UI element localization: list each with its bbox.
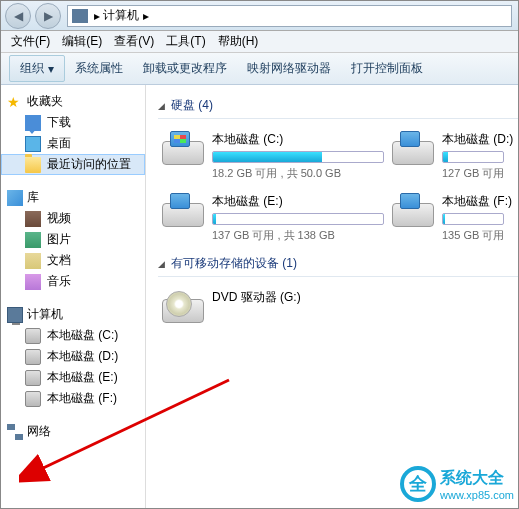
menu-view[interactable]: 查看(V) — [108, 31, 160, 52]
drive-name: 本地磁盘 (D:) — [442, 131, 504, 148]
navigation-pane: ★ 收藏夹 下载 桌面 最近访问的位置 库 视频 图片 文档 音乐 计算机 本地… — [1, 85, 146, 508]
document-icon — [25, 253, 41, 269]
watermark-logo-icon: 全 — [400, 466, 436, 502]
hdd-list: 本地磁盘 (C:) 18.2 GB 可用 , 共 50.0 GB 本地磁盘 (D… — [158, 127, 518, 251]
video-icon — [25, 211, 41, 227]
sidebar-item-drive-d[interactable]: 本地磁盘 (D:) — [1, 346, 145, 367]
sidebar-item-documents[interactable]: 文档 — [1, 250, 145, 271]
network-icon — [7, 424, 23, 440]
library-icon — [7, 190, 23, 206]
drive-stat: 137 GB 可用 , 共 138 GB — [212, 228, 384, 243]
drive-icon — [25, 391, 41, 407]
drive-icon — [392, 193, 434, 227]
computer-header[interactable]: 计算机 — [1, 304, 145, 325]
collapse-icon: ◢ — [158, 259, 165, 269]
desktop-icon — [25, 136, 41, 152]
address-bar[interactable]: ▸ 计算机 ▸ — [67, 5, 512, 27]
menu-edit[interactable]: 编辑(E) — [56, 31, 108, 52]
removable-section-header[interactable]: ◢ 有可移动存储的设备 (1) — [158, 251, 518, 277]
sidebar-item-videos[interactable]: 视频 — [1, 208, 145, 229]
computer-group: 计算机 本地磁盘 (C:) 本地磁盘 (D:) 本地磁盘 (E:) 本地磁盘 (… — [1, 304, 145, 409]
content-pane: ◢ 硬盘 (4) 本地磁盘 (C:) 18.2 GB 可用 , 共 50.0 G… — [146, 85, 518, 508]
sidebar-item-drive-c[interactable]: 本地磁盘 (C:) — [1, 325, 145, 346]
libraries-header[interactable]: 库 — [1, 187, 145, 208]
drive-name: DVD 驱动器 (G:) — [212, 289, 384, 306]
sidebar-item-music[interactable]: 音乐 — [1, 271, 145, 292]
dvd-icon — [162, 289, 204, 323]
menu-bar: 文件(F) 编辑(E) 查看(V) 工具(T) 帮助(H) — [1, 31, 518, 53]
usage-bar — [212, 213, 384, 225]
collapse-icon: ◢ — [158, 101, 165, 111]
drive-icon — [25, 349, 41, 365]
usage-fill — [443, 152, 448, 162]
star-icon: ★ — [7, 94, 23, 110]
control-panel-button[interactable]: 打开控制面板 — [341, 56, 433, 81]
uninstall-button[interactable]: 卸载或更改程序 — [133, 56, 237, 81]
favorites-group: ★ 收藏夹 下载 桌面 最近访问的位置 — [1, 91, 145, 175]
breadcrumb-sep: ▸ — [143, 9, 149, 23]
dvd-drive[interactable]: DVD 驱动器 (G:) — [158, 285, 388, 327]
favorites-header[interactable]: ★ 收藏夹 — [1, 91, 145, 112]
folder-icon — [25, 157, 41, 173]
menu-help[interactable]: 帮助(H) — [212, 31, 265, 52]
sidebar-item-downloads[interactable]: 下载 — [1, 112, 145, 133]
nav-forward-button[interactable]: ▶ — [35, 3, 61, 29]
sidebar-item-recent[interactable]: 最近访问的位置 — [1, 154, 145, 175]
drive-icon — [25, 370, 41, 386]
drive-icon — [25, 328, 41, 344]
network-header[interactable]: 网络 — [1, 421, 145, 442]
drive-icon — [162, 193, 204, 227]
usage-bar — [442, 213, 504, 225]
watermark-url: www.xp85.com — [440, 489, 514, 501]
usage-bar — [212, 151, 384, 163]
usage-fill — [443, 214, 445, 224]
sidebar-item-drive-e[interactable]: 本地磁盘 (E:) — [1, 367, 145, 388]
usage-fill — [213, 152, 322, 162]
breadcrumb-sep: ▸ — [94, 9, 100, 23]
removable-list: DVD 驱动器 (G:) — [158, 285, 518, 331]
drive-stat: 18.2 GB 可用 , 共 50.0 GB — [212, 166, 384, 181]
music-icon — [25, 274, 41, 290]
chevron-down-icon: ▾ — [48, 62, 54, 76]
drive-c[interactable]: 本地磁盘 (C:) 18.2 GB 可用 , 共 50.0 GB — [158, 127, 388, 185]
network-group: 网络 — [1, 421, 145, 442]
watermark: 全 系统大全 www.xp85.com — [400, 466, 514, 502]
nav-back-button[interactable]: ◀ — [5, 3, 31, 29]
drive-stat: 135 GB 可用 — [442, 228, 504, 243]
title-bar: ◀ ▶ ▸ 计算机 ▸ — [1, 1, 518, 31]
sidebar-item-drive-f[interactable]: 本地磁盘 (F:) — [1, 388, 145, 409]
sidebar-item-pictures[interactable]: 图片 — [1, 229, 145, 250]
download-icon — [25, 115, 41, 131]
breadcrumb-location[interactable]: 计算机 — [103, 7, 139, 24]
usage-bar — [442, 151, 504, 163]
drive-icon — [162, 131, 204, 165]
drive-name: 本地磁盘 (E:) — [212, 193, 384, 210]
toolbar: 组织▾ 系统属性 卸载或更改程序 映射网络驱动器 打开控制面板 — [1, 53, 518, 85]
hdd-section-header[interactable]: ◢ 硬盘 (4) — [158, 93, 518, 119]
drive-f[interactable]: 本地磁盘 (F:) 135 GB 可用 — [388, 189, 508, 247]
computer-icon — [7, 307, 23, 323]
drive-name: 本地磁盘 (C:) — [212, 131, 384, 148]
system-properties-button[interactable]: 系统属性 — [65, 56, 133, 81]
computer-icon — [72, 9, 88, 23]
sidebar-item-desktop[interactable]: 桌面 — [1, 133, 145, 154]
drive-name: 本地磁盘 (F:) — [442, 193, 504, 210]
drive-e[interactable]: 本地磁盘 (E:) 137 GB 可用 , 共 138 GB — [158, 189, 388, 247]
picture-icon — [25, 232, 41, 248]
drive-d[interactable]: 本地磁盘 (D:) 127 GB 可用 — [388, 127, 508, 185]
organize-button[interactable]: 组织▾ — [9, 55, 65, 82]
map-drive-button[interactable]: 映射网络驱动器 — [237, 56, 341, 81]
libraries-group: 库 视频 图片 文档 音乐 — [1, 187, 145, 292]
usage-fill — [213, 214, 216, 224]
main-area: ★ 收藏夹 下载 桌面 最近访问的位置 库 视频 图片 文档 音乐 计算机 本地… — [1, 85, 518, 508]
menu-file[interactable]: 文件(F) — [5, 31, 56, 52]
drive-icon — [392, 131, 434, 165]
watermark-brand: 系统大全 — [440, 468, 514, 489]
drive-stat: 127 GB 可用 — [442, 166, 504, 181]
menu-tools[interactable]: 工具(T) — [160, 31, 211, 52]
